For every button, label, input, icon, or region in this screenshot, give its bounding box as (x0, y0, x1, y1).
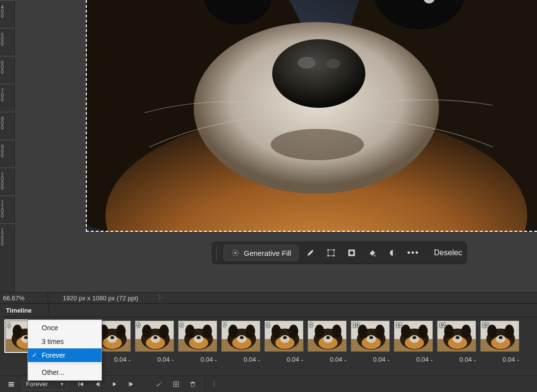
half-circle-icon (388, 248, 397, 257)
status-bar: 66.67% 1920 px x 1080 px (72 ppi) 〉 (0, 292, 537, 304)
loop-menu-other[interactable]: Other... (28, 366, 102, 379)
frame-delay-selector[interactable]: 0.04⌄ (393, 356, 434, 363)
ellipsis-icon: ••• (407, 248, 419, 258)
transform-button[interactable] (322, 244, 340, 262)
svg-rect-119 (8, 384, 14, 385)
frame[interactable]: 13 0.04⌄ (479, 319, 521, 363)
frame-delay-selector[interactable]: 0.04⌄ (436, 356, 477, 363)
next-frame-button[interactable] (124, 377, 138, 391)
tween-button[interactable] (152, 377, 167, 391)
canvas-gutter (15, 0, 86, 292)
timeline-mode-icon (8, 381, 15, 388)
status-expand-button[interactable]: 〉 (158, 294, 164, 302)
svg-point-83 (326, 336, 330, 339)
svg-rect-122 (99, 382, 100, 386)
mask-button[interactable] (343, 244, 360, 262)
svg-point-101 (418, 325, 428, 338)
chevron-down-icon: ⌄ (386, 357, 390, 362)
trash-icon (189, 381, 196, 388)
svg-point-115 (499, 336, 503, 339)
frame-thumbnail[interactable]: 12 (437, 320, 476, 352)
prev-frame-icon (94, 381, 101, 388)
canvas-area[interactable] (86, 0, 537, 232)
new-frame-icon (173, 381, 179, 388)
frame-delay-value: 0.04 (330, 356, 342, 363)
frame-thumbnail[interactable]: 8 (264, 320, 304, 352)
svg-point-28 (13, 325, 23, 338)
frame-thumbnail[interactable]: 7 (221, 320, 260, 352)
frame-number: 9 (309, 322, 313, 329)
svg-point-60 (185, 325, 195, 338)
frame-delay-value: 0.04 (114, 356, 127, 363)
chevron-down-icon: ⌄ (473, 357, 477, 362)
fill-button[interactable] (363, 244, 381, 262)
svg-point-85 (332, 325, 342, 338)
frame-delay-value: 0.04 (157, 356, 170, 363)
chevron-down-icon: ⌄ (300, 357, 304, 362)
ruler-tick: 600 (1, 61, 14, 74)
frame-thumbnail[interactable]: 6 (178, 320, 217, 352)
frame-number: 12 (439, 322, 445, 329)
first-frame-icon (77, 381, 84, 388)
frame-thumbnail[interactable]: 9 (307, 320, 347, 352)
frame[interactable]: 6 0.04⌄ (177, 319, 219, 363)
chevron-down-icon: ⌄ (516, 357, 520, 362)
frame-number: 13 (482, 322, 488, 329)
chevron-down-icon: ⌄ (171, 357, 175, 362)
scroll-left-button[interactable]: 〈 (205, 377, 220, 391)
delete-frame-button[interactable] (185, 377, 200, 391)
zoom-level[interactable]: 66.67% (0, 293, 48, 303)
taskbar-grip[interactable] (216, 245, 219, 261)
svg-point-51 (153, 336, 157, 339)
duplicate-frame-button[interactable] (169, 377, 183, 391)
frame[interactable]: 12 0.04⌄ (435, 319, 478, 363)
frame-thumbnail[interactable]: 10 (351, 320, 390, 352)
loop-menu-item[interactable]: ✓Forever (28, 348, 102, 362)
frame[interactable]: 9 0.04⌄ (306, 319, 348, 363)
ruler-tick: 900 (1, 145, 14, 158)
timeline-tab[interactable]: Timeline (0, 304, 49, 318)
frame[interactable]: 11 0.04⌄ (392, 319, 435, 363)
frame[interactable]: 10 0.04⌄ (349, 319, 391, 363)
frame-delay-selector[interactable]: 0.04⌄ (178, 356, 218, 363)
chevron-down-icon: ⌄ (128, 357, 131, 362)
brush-tool-button[interactable] (302, 244, 319, 262)
deselect-button[interactable]: Deselec (434, 248, 462, 257)
frame-number: 6 (180, 322, 183, 329)
frame-delay-selector[interactable]: 0.04⌄ (350, 356, 390, 363)
frame-thumbnail[interactable]: 11 (394, 320, 433, 352)
frame-thumbnail[interactable]: 13 (480, 320, 519, 352)
more-options-button[interactable]: ••• (405, 244, 422, 262)
frame-delay-value: 0.04 (201, 356, 213, 363)
frame-thumbnail[interactable]: 5 (135, 320, 174, 352)
svg-point-108 (444, 325, 454, 338)
frame-delay-selector[interactable]: 0.04⌄ (480, 356, 520, 363)
convert-timeline-button[interactable] (4, 377, 19, 391)
frame-delay-selector[interactable]: 0.04⌄ (307, 356, 347, 363)
chevron-down-icon: ⌄ (257, 357, 261, 362)
ruler-tick: 1000 (1, 172, 14, 190)
svg-point-68 (229, 325, 238, 338)
frame-delay-selector[interactable]: 0.04⌄ (264, 356, 304, 363)
adjustment-button[interactable] (384, 244, 402, 262)
svg-rect-15 (327, 249, 329, 251)
frame-delay-selector[interactable]: 0.04⌄ (134, 356, 175, 363)
loop-selector-label: Forever (26, 380, 48, 388)
chevron-down-icon: ⌄ (430, 357, 434, 362)
svg-point-109 (461, 325, 471, 338)
frame-delay-value: 0.04 (244, 356, 256, 363)
loop-menu-item[interactable]: Once (28, 321, 102, 335)
loop-menu-item[interactable]: 3 times (28, 335, 102, 348)
frame[interactable]: 5 0.04⌄ (133, 319, 176, 363)
play-button[interactable] (107, 377, 122, 391)
frame-number: 5 (137, 322, 140, 329)
sparkle-icon (231, 248, 240, 257)
frame[interactable]: 7 0.04⌄ (220, 319, 262, 363)
chevron-down-icon: ⌄ (343, 357, 347, 362)
generative-fill-button[interactable]: Generative Fill (224, 245, 299, 261)
frame-delay-value: 0.04 (460, 356, 472, 363)
frame-delay-value: 0.04 (416, 356, 429, 363)
frame[interactable]: 8 0.04⌄ (263, 319, 305, 363)
svg-point-77 (289, 325, 299, 338)
frame-delay-selector[interactable]: 0.04⌄ (221, 356, 261, 363)
